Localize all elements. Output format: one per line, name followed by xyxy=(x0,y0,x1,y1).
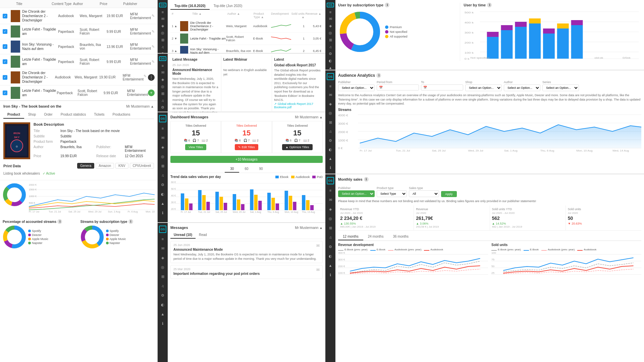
r-sb3-arrow[interactable]: ▲ xyxy=(327,262,334,269)
ebook-report-link[interactable]: ↗ Global eBook Report 2017 Bookwire.pdf xyxy=(274,102,321,109)
sidebar-mail-icon[interactable]: ✉ xyxy=(159,17,166,21)
monthly-sales-type-select[interactable]: All xyxy=(409,190,439,197)
tab-shop[interactable]: Shop xyxy=(24,111,40,119)
r-sb3-menu[interactable]: ≡ xyxy=(327,187,334,194)
author-filter-select[interactable]: Select an Option... xyxy=(504,84,540,91)
sb-eye[interactable]: ◎ xyxy=(159,84,166,89)
r-sb2-info[interactable]: ℹ xyxy=(327,165,334,171)
edit-icon[interactable]: ✎ xyxy=(152,60,155,64)
time-tab-12[interactable]: 12 months xyxy=(338,233,363,240)
time-tab-36[interactable]: 36 months xyxy=(388,233,413,240)
tab-top-title-aug[interactable]: Top-title (16.8.2020) xyxy=(170,3,210,10)
add-button[interactable]: + xyxy=(148,89,155,96)
sb3-diamond[interactable]: ◈ xyxy=(159,144,166,150)
apply-button[interactable]: Apply xyxy=(441,191,457,197)
sb3-gear[interactable]: ⚙ xyxy=(159,181,166,188)
sb4-menu[interactable]: ≡ xyxy=(159,236,166,242)
tab-order[interactable]: Order xyxy=(40,111,57,119)
product-user[interactable]: Mr Mustermann ▲ xyxy=(126,105,154,108)
row-checkbox[interactable]: ✓ xyxy=(3,59,7,64)
sb-mail[interactable]: ✉ xyxy=(159,70,166,75)
r-sb1-music[interactable]: ♫ xyxy=(327,45,334,49)
tab-unread[interactable]: Unread (10) xyxy=(170,232,196,239)
edit-icon[interactable]: ✎ xyxy=(152,29,155,34)
r-sb3-half[interactable]: ◐ xyxy=(327,253,334,259)
r-sb2-arrow[interactable]: ▲ xyxy=(327,156,334,162)
print-tab-knv[interactable]: KNV xyxy=(115,163,128,169)
edit-icon[interactable]: ✎ xyxy=(152,14,155,18)
tab-tickets[interactable]: Tickets xyxy=(90,111,108,119)
tab-top-title-jun[interactable]: Top-title (Jun 2020) xyxy=(210,3,247,10)
r-sb1-gear[interactable]: ⚙ xyxy=(327,52,334,56)
r-sb2-diamond[interactable]: ◈ xyxy=(327,101,334,107)
sb4-arrow[interactable]: ▲ xyxy=(159,311,166,317)
publisher-filter-select[interactable]: Select an Option... xyxy=(338,84,375,91)
sb3-menu[interactable]: ≡ xyxy=(159,125,166,132)
sb4-half[interactable]: ◐ xyxy=(159,301,166,308)
messages-user[interactable]: Mr Mustermann ▲ xyxy=(295,226,323,230)
sales-tab-90[interactable]: 90 xyxy=(254,166,268,173)
r-sb2-music[interactable]: ♫ xyxy=(327,128,334,135)
sb4-diamond[interactable]: ◈ xyxy=(159,254,166,261)
edit-titles-button[interactable]: ✎ Edit Titles xyxy=(235,144,258,150)
shop-filter-select[interactable]: Select an Option... xyxy=(465,84,502,91)
sb4-grid[interactable]: ⊞ xyxy=(159,273,166,280)
r-sb2-half[interactable]: ◐ xyxy=(327,146,334,153)
to-input[interactable] xyxy=(421,84,463,90)
r-sb3-music[interactable]: ♫ xyxy=(327,234,334,241)
menu-button[interactable]: ⋮ xyxy=(148,74,155,81)
sb-diamond[interactable]: ◈ xyxy=(159,77,166,82)
sidebar-eye-icon[interactable]: ◎ xyxy=(159,31,166,35)
sb4-music[interactable]: ♫ xyxy=(159,283,166,289)
print-tab-cpi[interactable]: CPI/Umbreit xyxy=(130,163,154,169)
r-sb1-diamond[interactable]: ◈ xyxy=(327,24,334,28)
row-checkbox[interactable]: ✓ xyxy=(3,75,7,80)
sales-tab-30[interactable]: 30 xyxy=(225,166,239,173)
r-sb3-gear[interactable]: ⚙ xyxy=(327,243,334,250)
monthly-info-icon[interactable]: ℹ xyxy=(364,177,369,182)
tab-productions[interactable]: Productions xyxy=(109,111,135,119)
sb4-gear[interactable]: ⚙ xyxy=(159,292,166,299)
sb-gear[interactable]: ⚙ xyxy=(159,105,166,110)
audience-info-icon[interactable]: ℹ xyxy=(376,73,381,78)
print-tab-amazon[interactable]: Amazon xyxy=(96,163,114,169)
monthly-product-type-select[interactable]: Select Type xyxy=(377,190,407,197)
subscription-info-icon[interactable]: ℹ xyxy=(385,3,389,7)
row-checkbox[interactable]: ✓ xyxy=(3,90,7,95)
r-sb2-menu[interactable]: ≡ xyxy=(327,83,334,89)
sb3-half[interactable]: ◐ xyxy=(159,191,166,197)
period-from-input[interactable] xyxy=(377,84,419,90)
sb3-arrow[interactable]: ▲ xyxy=(159,200,166,207)
r-sb1-menu[interactable]: ≡ xyxy=(327,10,334,14)
row-checkbox[interactable]: ✓ xyxy=(3,29,7,34)
sb3-info[interactable]: ℹ xyxy=(159,209,166,216)
row-checkbox[interactable]: ✓ xyxy=(3,44,7,49)
series-filter-select[interactable]: Select an Option... xyxy=(542,84,579,91)
r-sb1-arrow[interactable]: ▲ xyxy=(327,66,334,70)
info-icon[interactable]: ℹ xyxy=(57,219,62,224)
sb4-eye[interactable]: ◎ xyxy=(159,264,166,270)
optimize-titles-button[interactable]: ▲ Optimize Titles xyxy=(282,144,312,150)
tab-product[interactable]: Product xyxy=(3,111,24,119)
r-sb3-mail[interactable]: ✉ xyxy=(327,196,334,203)
r-sb3-diamond[interactable]: ◈ xyxy=(327,206,334,213)
r-sb1-mail[interactable]: ✉ xyxy=(327,17,334,21)
time-tab-24[interactable]: 24 months xyxy=(363,233,388,240)
user-time-info-icon[interactable]: ℹ xyxy=(487,3,492,7)
r-sb1-grid[interactable]: ⊞ xyxy=(327,38,334,42)
sidebar-menu-icon[interactable]: ≡ xyxy=(159,10,166,14)
r-sb2-eye[interactable]: ◎ xyxy=(327,110,334,116)
tab-product-statistics[interactable]: Product statistics xyxy=(57,111,90,119)
sb-menu[interactable]: ≡ xyxy=(159,64,166,68)
sb4-mail[interactable]: ✉ xyxy=(159,245,166,252)
edit-icon[interactable]: ✎ xyxy=(144,74,147,81)
edit-icon[interactable]: ✎ xyxy=(152,45,155,49)
sb3-grid[interactable]: ⊞ xyxy=(159,163,166,169)
view-titles-button[interactable]: View Titles xyxy=(185,144,206,150)
r-sb2-grid[interactable]: ⊞ xyxy=(327,119,334,125)
print-tab-genera[interactable]: Genera xyxy=(77,163,94,169)
sidebar-diamond-icon[interactable]: ◈ xyxy=(159,24,166,28)
sidebar-grid-icon[interactable]: ⊞ xyxy=(159,38,166,42)
sidebar-music-icon[interactable]: ♫ xyxy=(159,45,166,49)
r-sb3-eye[interactable]: ◎ xyxy=(327,215,334,222)
